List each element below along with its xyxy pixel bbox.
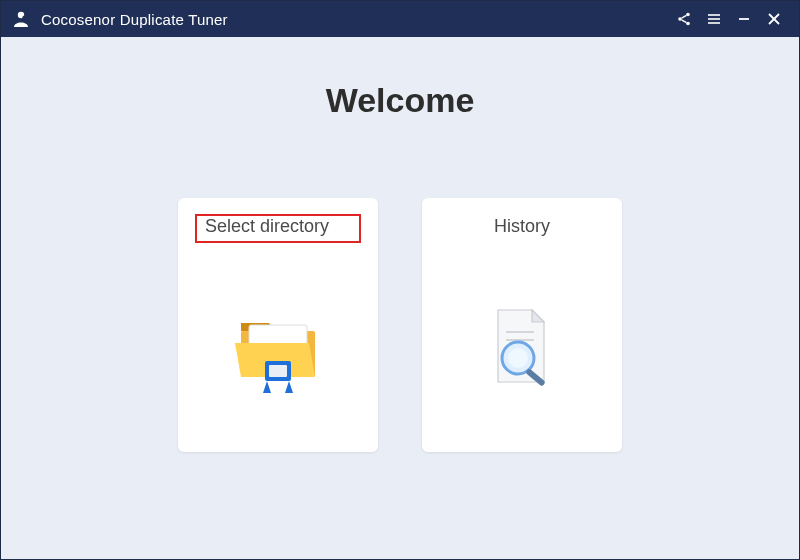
folder-explorer-icon <box>178 243 378 452</box>
document-search-icon <box>422 239 622 452</box>
svg-line-2 <box>27 20 29 22</box>
app-title: Cocosenor Duplicate Tuner <box>41 11 228 28</box>
history-label: History <box>488 214 556 239</box>
app-window: Cocosenor Duplicate Tuner <box>0 0 800 560</box>
select-directory-label: Select directory <box>195 214 361 243</box>
svg-line-7 <box>682 20 687 23</box>
history-card[interactable]: History <box>422 198 622 452</box>
select-directory-card[interactable]: Select directory <box>178 198 378 452</box>
svg-point-5 <box>686 22 690 26</box>
minimize-button[interactable] <box>729 1 759 37</box>
share-icon <box>676 11 692 27</box>
hamburger-icon <box>706 11 722 27</box>
page-title: Welcome <box>1 81 799 120</box>
share-button[interactable] <box>669 1 699 37</box>
close-button[interactable] <box>759 1 789 37</box>
app-logo-icon <box>11 9 31 29</box>
card-row: Select directory <box>1 198 799 452</box>
minimize-icon <box>736 11 752 27</box>
svg-point-3 <box>686 13 690 17</box>
svg-line-6 <box>682 15 687 18</box>
close-icon <box>766 11 782 27</box>
menu-button[interactable] <box>699 1 729 37</box>
svg-rect-17 <box>269 365 287 377</box>
titlebar: Cocosenor Duplicate Tuner <box>1 1 799 37</box>
main-content: Welcome Select directory <box>1 37 799 559</box>
svg-point-22 <box>508 348 528 368</box>
svg-point-4 <box>678 17 682 21</box>
